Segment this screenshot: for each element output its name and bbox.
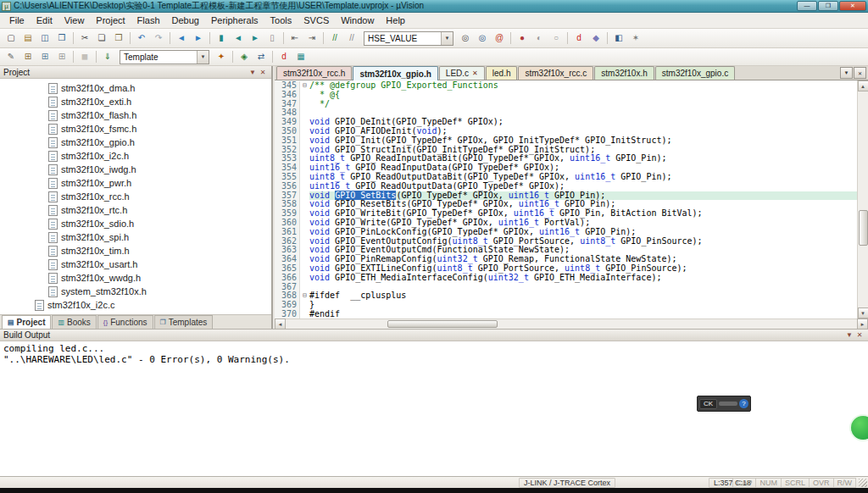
- menu-debug[interactable]: Debug: [166, 14, 205, 27]
- window-layout-icon[interactable]: ◧: [610, 30, 627, 46]
- menu-file[interactable]: File: [3, 14, 31, 27]
- panel-tab-templates[interactable]: ❐Templates: [154, 315, 214, 329]
- code-line[interactable]: 366void GPIO_ETH_MediaInterfaceConfig(ui…: [275, 274, 857, 283]
- menu-flash[interactable]: Flash: [131, 14, 166, 27]
- tree-item-stm32f10x_usart.h[interactable]: stm32f10x_usart.h: [0, 258, 271, 271]
- download-icon[interactable]: ⇓: [99, 49, 116, 64]
- hscroll-thumb[interactable]: [387, 320, 498, 328]
- menu-svcs[interactable]: SVCS: [298, 14, 335, 27]
- bookmark-next-icon[interactable]: ►: [247, 30, 264, 46]
- panel-tab-books[interactable]: ▥Books: [52, 315, 96, 329]
- code-line[interactable]: 351void GPIO_Init(GPIO_TypeDef* GPIOx, G…: [275, 136, 857, 146]
- maximize-button[interactable]: ❐: [818, 1, 838, 11]
- tree-item-stm32f10x_tim.h[interactable]: stm32f10x_tim.h: [0, 244, 271, 258]
- translate-file-icon[interactable]: ✎: [3, 49, 19, 64]
- tree-item-system_stm32f10x.h[interactable]: system_stm32f10x.h: [0, 285, 271, 298]
- scroll-up-icon[interactable]: ▲: [858, 80, 868, 91]
- comment-icon[interactable]: //: [326, 30, 343, 46]
- code-line[interactable]: 347 */: [275, 100, 857, 109]
- overlay-slider[interactable]: [719, 402, 737, 406]
- vscroll-thumb[interactable]: [859, 210, 868, 246]
- incremental-find-icon[interactable]: @: [491, 30, 508, 46]
- editor-tab-LED.c[interactable]: LED.c✕: [439, 66, 485, 80]
- hscroll-track[interactable]: [286, 319, 857, 330]
- document-close-icon[interactable]: ✕: [854, 67, 866, 79]
- find-in-files-icon[interactable]: ◎: [457, 30, 474, 46]
- nav-back-icon[interactable]: ◄: [173, 30, 190, 46]
- resize-grip[interactable]: [859, 479, 867, 487]
- fold-marker-icon[interactable]: ⊟: [300, 291, 309, 301]
- code-lines[interactable]: 345⊟/** @defgroup GPIO_Exported_Function…: [275, 80, 857, 319]
- breakpoint-toggle-icon[interactable]: ●: [514, 30, 531, 46]
- debug-session-icon[interactable]: d: [275, 49, 292, 64]
- tree-item-stm32f10x_pwr.h[interactable]: stm32f10x_pwr.h: [0, 176, 271, 190]
- find-icon[interactable]: ◎: [474, 30, 491, 46]
- tree-item-stm32f10x_sdio.h[interactable]: stm32f10x_sdio.h: [0, 217, 271, 230]
- menu-project[interactable]: Project: [90, 14, 131, 27]
- nav-forward-icon[interactable]: ►: [190, 30, 207, 46]
- code-line[interactable]: 346 * @{: [275, 91, 857, 100]
- menu-edit[interactable]: Edit: [31, 14, 58, 27]
- target-select[interactable]: Template ▼: [120, 50, 209, 64]
- project-tree[interactable]: stm32f10x_dma.hstm32f10x_exti.hstm32f10x…: [0, 79, 271, 314]
- tree-item-stm32f10x_exti.h[interactable]: stm32f10x_exti.h: [0, 95, 271, 108]
- minimize-button[interactable]: —: [797, 1, 817, 11]
- code-line[interactable]: 370#endif: [275, 310, 857, 319]
- tree-item-stm32f10x_spi.h[interactable]: stm32f10x_spi.h: [0, 230, 271, 244]
- panel-tab-functions[interactable]: {}Functions: [97, 315, 153, 329]
- vscroll-track[interactable]: [858, 91, 868, 307]
- bookmark-toggle-icon[interactable]: ▮: [213, 30, 230, 46]
- code-line[interactable]: 361void GPIO_PinLockConfig(GPIO_TypeDef*…: [275, 228, 857, 237]
- insert-trace-icon[interactable]: ◆: [587, 30, 604, 46]
- tree-item-stm32f10x_i2c.c[interactable]: stm32f10x_i2c.c: [0, 298, 271, 312]
- indent-icon[interactable]: ⇥: [303, 30, 320, 46]
- breakpoint-kill-all-icon[interactable]: ○: [548, 30, 565, 46]
- tree-item-stm32f10x_rtc.h[interactable]: stm32f10x_rtc.h: [0, 203, 271, 217]
- menu-view[interactable]: View: [58, 14, 91, 27]
- pin-icon[interactable]: ▼: [248, 68, 258, 77]
- outdent-icon[interactable]: ⇤: [287, 30, 303, 46]
- tree-item-stm32f10x_flash.h[interactable]: stm32f10x_flash.h: [0, 108, 271, 122]
- undo-icon[interactable]: ↶: [133, 30, 150, 46]
- pin-icon[interactable]: ▼: [844, 330, 854, 340]
- paste-icon[interactable]: ❐: [110, 30, 127, 46]
- manage-items-icon[interactable]: ◈: [236, 49, 253, 64]
- bookmark-clear-all-icon[interactable]: ▯: [264, 30, 281, 46]
- help-icon[interactable]: ?: [739, 399, 748, 408]
- debug-start-stop-icon[interactable]: d: [570, 30, 587, 46]
- editor-tab-stm32f10x_gpio.c[interactable]: stm32f10x_gpio.c: [655, 66, 735, 80]
- rebuild-all-icon[interactable]: ⊞: [36, 49, 53, 64]
- pack-installer-icon[interactable]: ▦: [292, 49, 309, 64]
- editor-tab-stm32f10x_rcc.c[interactable]: stm32f10x_rcc.c: [518, 66, 593, 80]
- code-line[interactable]: 369}: [275, 301, 857, 310]
- tab-close-icon[interactable]: ✕: [472, 70, 478, 77]
- bookmark-prev-icon[interactable]: ◄: [230, 30, 247, 46]
- menu-tools[interactable]: Tools: [264, 14, 298, 27]
- tree-item-stm32f10x_wwdg.h[interactable]: stm32f10x_wwdg.h: [0, 271, 271, 285]
- redo-icon[interactable]: ↷: [150, 30, 167, 46]
- find-input[interactable]: HSE_VALUE: [364, 34, 441, 43]
- goto-compare-icon[interactable]: ⇄: [253, 49, 270, 64]
- target-options-icon[interactable]: ✦: [213, 49, 230, 64]
- scroll-down-icon[interactable]: ▼: [858, 307, 868, 319]
- build-icon[interactable]: ⊞: [19, 49, 36, 64]
- code-line[interactable]: 368⊟#ifdef __cplusplus: [275, 291, 857, 301]
- close-icon[interactable]: ✕: [854, 330, 865, 340]
- panel-tab-project[interactable]: ▤Project: [2, 315, 51, 329]
- tab-list-dropdown-icon[interactable]: ▼: [840, 67, 853, 79]
- open-folder-icon[interactable]: ▤: [19, 30, 36, 46]
- close-icon[interactable]: ✕: [258, 68, 268, 77]
- close-button[interactable]: ✕: [839, 1, 866, 11]
- menu-help[interactable]: Help: [380, 14, 411, 27]
- help-tools-icon[interactable]: ✶: [627, 30, 644, 46]
- breakpoint-disable-icon[interactable]: ◐: [531, 30, 548, 46]
- save-all-icon[interactable]: ❒: [53, 30, 70, 46]
- tree-item-stm32f10x_dma.h[interactable]: stm32f10x_dma.h: [0, 81, 271, 95]
- fold-marker-icon[interactable]: ⊟: [300, 81, 309, 91]
- new-file-icon[interactable]: ▢: [3, 30, 19, 46]
- tree-item-stm32f10x_fsmc.h[interactable]: stm32f10x_fsmc.h: [0, 122, 271, 136]
- copy-icon[interactable]: ❏: [93, 30, 110, 46]
- chevron-down-icon[interactable]: ▼: [441, 32, 453, 45]
- code-line[interactable]: 356uint16_t GPIO_ReadOutputData(GPIO_Typ…: [275, 182, 857, 191]
- editor-tab-stm32f10x_gpio.h[interactable]: stm32f10x_gpio.h: [353, 66, 437, 80]
